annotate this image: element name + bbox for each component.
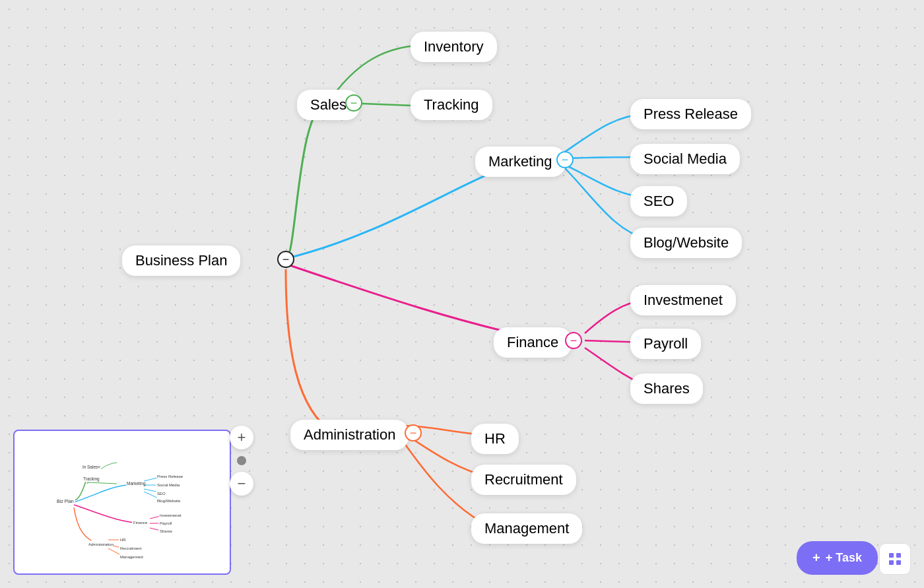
administration-collapse[interactable]: − bbox=[405, 424, 422, 441]
marketing-collapse[interactable]: − bbox=[556, 151, 574, 168]
grid-icon bbox=[887, 551, 903, 567]
svg-rect-37 bbox=[889, 560, 894, 565]
zoom-controls: + − bbox=[230, 426, 253, 496]
svg-text:Tracking: Tracking bbox=[83, 476, 100, 482]
add-task-button[interactable]: + + Task bbox=[797, 541, 878, 575]
tracking-node[interactable]: Tracking bbox=[411, 90, 492, 120]
payroll-node[interactable]: Payroll bbox=[630, 329, 701, 359]
svg-text:Blog/Website: Blog/Website bbox=[157, 499, 181, 503]
svg-text:Sales: Sales bbox=[87, 465, 98, 469]
finance-collapse[interactable]: − bbox=[565, 332, 582, 349]
svg-text:Social Media: Social Media bbox=[157, 483, 180, 487]
press-release-node[interactable]: Press Release bbox=[630, 99, 751, 129]
blog-website-node[interactable]: Blog/Website bbox=[630, 228, 742, 258]
task-plus-icon: + bbox=[812, 550, 820, 566]
grid-view-button[interactable] bbox=[879, 543, 911, 575]
zoom-out-button[interactable]: − bbox=[230, 472, 253, 496]
business-plan-node[interactable]: Business Plan bbox=[122, 245, 240, 276]
management-node[interactable]: Management bbox=[471, 513, 582, 544]
finance-node[interactable]: Finance bbox=[494, 327, 572, 358]
minimap-svg: Biz Plan Inventory Tracking Sales Market… bbox=[15, 431, 231, 575]
svg-text:Shares: Shares bbox=[160, 529, 172, 533]
svg-text:Press Release: Press Release bbox=[157, 474, 183, 478]
svg-text:HR: HR bbox=[120, 538, 126, 542]
task-button-label: + Task bbox=[826, 551, 862, 565]
svg-text:Payroll: Payroll bbox=[160, 521, 172, 525]
recruitment-node[interactable]: Recruitment bbox=[471, 465, 576, 495]
investmenet-node[interactable]: Investmenet bbox=[630, 285, 736, 315]
zoom-in-button[interactable]: + bbox=[230, 426, 253, 449]
zoom-indicator bbox=[237, 456, 246, 465]
hr-node[interactable]: HR bbox=[471, 424, 519, 454]
svg-rect-35 bbox=[889, 553, 894, 558]
seo-node[interactable]: SEO bbox=[630, 186, 687, 216]
svg-text:Investmenet: Investmenet bbox=[160, 513, 182, 517]
svg-text:Management: Management bbox=[120, 555, 143, 559]
svg-text:Marketing: Marketing bbox=[127, 481, 146, 486]
svg-rect-36 bbox=[896, 553, 901, 558]
marketing-node[interactable]: Marketing bbox=[475, 147, 566, 177]
administration-node[interactable]: Administration bbox=[290, 420, 409, 450]
inventory-node[interactable]: Inventory bbox=[411, 32, 497, 62]
svg-text:Finance: Finance bbox=[133, 521, 148, 525]
svg-text:Biz Plan: Biz Plan bbox=[57, 499, 74, 504]
sales-collapse[interactable]: − bbox=[345, 94, 362, 112]
svg-rect-38 bbox=[896, 560, 901, 565]
svg-text:Recruitment: Recruitment bbox=[120, 546, 142, 550]
social-media-node[interactable]: Social Media bbox=[630, 144, 740, 174]
business-plan-collapse[interactable]: − bbox=[277, 251, 294, 268]
minimap[interactable]: Biz Plan Inventory Tracking Sales Market… bbox=[13, 430, 231, 575]
svg-text:SEO: SEO bbox=[157, 492, 166, 496]
svg-text:Administration: Administration bbox=[88, 542, 114, 546]
shares-node[interactable]: Shares bbox=[630, 374, 703, 404]
